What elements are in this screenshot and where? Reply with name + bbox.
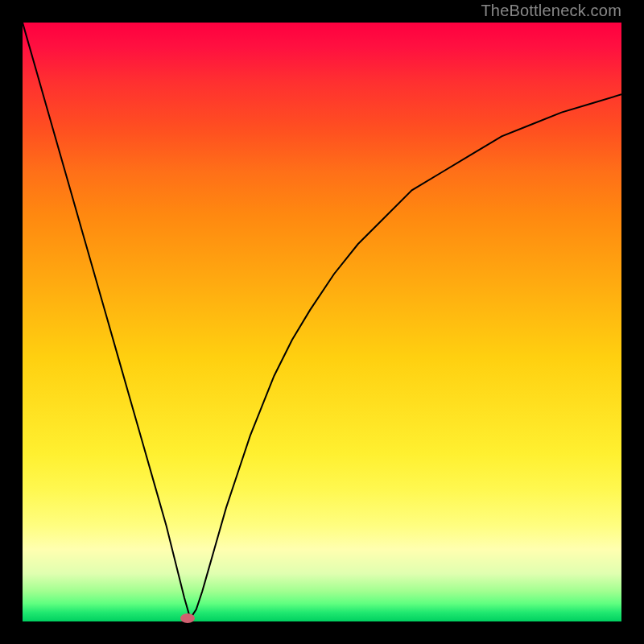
watermark-text: TheBottleneck.com	[481, 2, 621, 20]
plot-area	[23, 23, 621, 621]
bottleneck-curve-path	[23, 23, 621, 618]
optimal-point-marker	[180, 613, 195, 623]
curve-svg	[23, 23, 621, 621]
chart-container: TheBottleneck.com	[0, 0, 644, 644]
